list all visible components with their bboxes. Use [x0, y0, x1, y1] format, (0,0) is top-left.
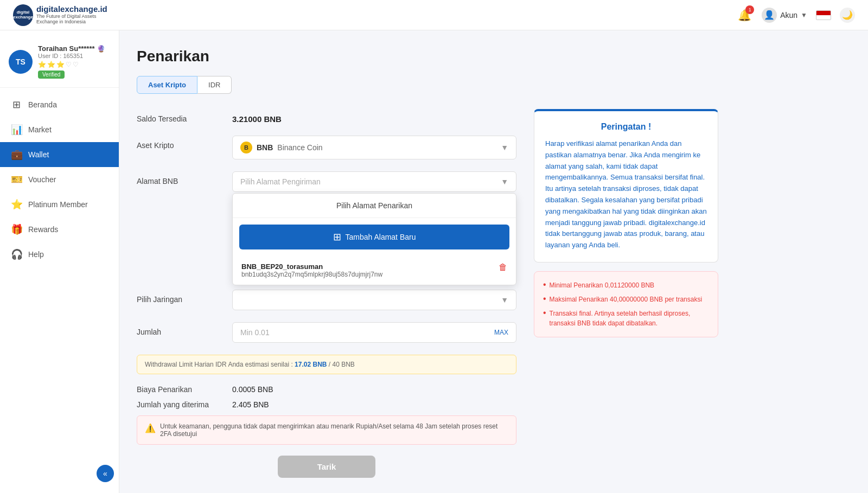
asset-coin: BNB [257, 143, 273, 152]
peringatan-title: Peringatan ! [545, 122, 707, 132]
form-left: Saldo Tersedia 3.21000 BNB Aset Kripto B… [137, 109, 516, 493]
warning-icon: ⚠️ [145, 423, 156, 433]
amount-input[interactable]: Min 0.01 MAX [232, 322, 516, 343]
dropdown-header-text: Pilih Alamat Penarikan [233, 194, 516, 218]
saved-address-name: BNB_BEP20_torasuman [241, 262, 382, 271]
rule-dot-2: • [543, 294, 546, 303]
address-row: Alamat BNB Pilih Alamat Pengiriman ▼ Pil… [137, 171, 516, 192]
sidebar-profile: TS Toraihan Su****** 🔮 User ID : 165351 … [0, 39, 119, 88]
max-label[interactable]: MAX [494, 329, 508, 336]
received-value: 2.405 BNB [232, 400, 269, 409]
delete-address-button[interactable]: 🗑 [499, 262, 507, 272]
network-chevron-icon: ▼ [501, 296, 508, 304]
address-label: Alamat BNB [137, 171, 224, 185]
submit-button[interactable]: Tarik [278, 456, 375, 478]
sidebar-label-beranda: Beranda [28, 100, 57, 109]
received-label: Jumlah yang diterima [137, 400, 224, 409]
topnav: digitalexchange digitalexchange.id The F… [0, 0, 868, 30]
user-menu[interactable]: 👤 Akun ▼ [762, 8, 807, 23]
home-icon: ⊞ [11, 99, 22, 111]
peringatan-text: Harap verifikasi alamat penarikan Anda d… [545, 138, 707, 251]
amount-placeholder: Min 0.01 [240, 328, 270, 337]
verified-badge: Verified [38, 71, 65, 79]
wallet-icon: 💼 [11, 149, 22, 161]
rule-item-1: • Minimal Penarikan 0,01120000 BNB [543, 280, 709, 290]
sidebar-item-platinum[interactable]: ⭐ Platinum Member [0, 192, 119, 217]
profile-info: Toraihan Su****** 🔮 User ID : 165351 ⭐⭐⭐… [38, 44, 110, 79]
balance-value: 3.21000 BNB [232, 109, 516, 124]
tab-kripto[interactable]: Aset Kripto [137, 76, 197, 94]
sidebar-item-rewards[interactable]: 🎁 Rewards [0, 217, 119, 242]
rule-item-2: • Maksimal Penarikan 40,00000000 BNB per… [543, 294, 709, 304]
sidebar-label-platinum: Platinum Member [28, 200, 88, 209]
logo-subtitle: The Future of Digital Assets Exchange in… [36, 14, 107, 25]
received-row: Jumlah yang diterima 2.405 BNB [137, 400, 516, 409]
limit-separator: / [329, 361, 333, 368]
rating-stars: ⭐⭐⭐♡♡ [38, 61, 110, 68]
rewards-icon: 🎁 [11, 223, 22, 235]
balance-row: Saldo Tersedia 3.21000 BNB [137, 109, 516, 124]
theme-toggle-button[interactable]: 🌙 [840, 8, 855, 23]
profile-name: Toraihan Su****** 🔮 [38, 44, 110, 53]
chevron-down-icon: ▼ [501, 143, 508, 152]
address-list-item[interactable]: BNB_BEP20_torasuman bnb1udq3s2yn2q7mq5ml… [233, 256, 516, 285]
tab-idr[interactable]: IDR [197, 76, 232, 94]
logo-icon: digitalexchange [13, 4, 33, 26]
notification-button[interactable]: 🔔 1 [736, 7, 753, 24]
limit-total: 40 BNB [333, 361, 355, 368]
notification-badge: 1 [745, 5, 754, 14]
rule-text-3: Transaksi final. Artinya setelah berhasi… [550, 309, 709, 328]
sidebar-label-wallet: Wallet [28, 150, 49, 159]
fee-label: Biaya Penarikan [137, 385, 224, 394]
sidebar: TS Toraihan Su****** 🔮 User ID : 165351 … [0, 30, 119, 493]
balance-label: Saldo Tersedia [137, 109, 224, 123]
rule-dot-1: • [543, 280, 546, 289]
asset-label: Aset Kripto [137, 136, 224, 150]
main-layout: TS Toraihan Su****** 🔮 User ID : 165351 … [0, 30, 868, 493]
help-icon: 🎧 [11, 248, 22, 260]
sidebar-item-wallet[interactable]: 💼 Wallet [0, 142, 119, 167]
network-select[interactable]: ▼ [232, 290, 516, 310]
limit-text: Withdrawal Limit Harian IDR Anda estimas… [145, 361, 293, 368]
add-address-button[interactable]: ⊞ Tambah Alamat Baru [239, 225, 509, 249]
network-label: Pilih Jaringan [137, 290, 224, 304]
sidebar-label-help: Help [28, 250, 44, 259]
user-label: Akun [780, 11, 797, 20]
peringatan-box: Peringatan ! Harap verifikasi alamat pen… [534, 109, 718, 262]
collapse-icon: « [103, 469, 107, 478]
collapse-sidebar-button[interactable]: « [97, 465, 114, 482]
avatar: TS [9, 50, 33, 74]
language-flag[interactable] [816, 10, 831, 20]
sidebar-item-beranda[interactable]: ⊞ Beranda [0, 92, 119, 117]
fee-row: Biaya Penarikan 0.0005 BNB [137, 385, 516, 394]
user-avatar-icon: 👤 [762, 8, 777, 23]
dropdown-arrow-icon: ▼ [801, 11, 807, 19]
saved-address-hash: bnb1udq3s2yn2q7mq5mlpkrj98uj58s7dujmjrj7… [241, 271, 382, 278]
sidebar-nav: ⊞ Beranda 📊 Market 💼 Wallet 🎫 Voucher ⭐ … [0, 88, 119, 271]
sidebar-item-market[interactable]: 📊 Market [0, 117, 119, 142]
limit-used: 17.02 BNB [295, 361, 327, 368]
address-placeholder: Pilih Alamat Pengiriman [240, 177, 321, 186]
asset-select[interactable]: B BNB Binance Coin ▼ [232, 136, 516, 159]
network-row: Pilih Jaringan ▼ [137, 290, 516, 310]
rules-box: • Minimal Penarikan 0,01120000 BNB • Mak… [534, 271, 718, 337]
platinum-icon: ⭐ [11, 199, 22, 210]
rule-dot-3: • [543, 309, 546, 317]
collapse-button-area: « [0, 465, 119, 482]
sidebar-label-voucher: Voucher [28, 175, 56, 184]
sidebar-item-voucher[interactable]: 🎫 Voucher [0, 167, 119, 192]
logo-text: digitalexchange.id The Future of Digital… [36, 5, 107, 24]
sidebar-item-help[interactable]: 🎧 Help [0, 242, 119, 267]
page-title: Penarikan [137, 48, 851, 65]
amount-row: Jumlah Min 0.01 MAX [137, 322, 516, 343]
profile-badge-icon: 🔮 [97, 45, 105, 53]
sidebar-label-rewards: Rewards [28, 225, 58, 234]
asset-name: Binance Coin [277, 143, 322, 152]
sidebar-label-market: Market [28, 125, 52, 134]
market-icon: 📊 [11, 124, 22, 136]
amount-label: Jumlah [137, 322, 224, 336]
address-select[interactable]: Pilih Alamat Pengiriman ▼ [232, 171, 516, 192]
tabs: Aset Kripto IDR [137, 76, 851, 94]
plus-icon: ⊞ [333, 231, 341, 243]
warning-text: Untuk keamanan, pengguna tidak dapat men… [160, 422, 508, 438]
